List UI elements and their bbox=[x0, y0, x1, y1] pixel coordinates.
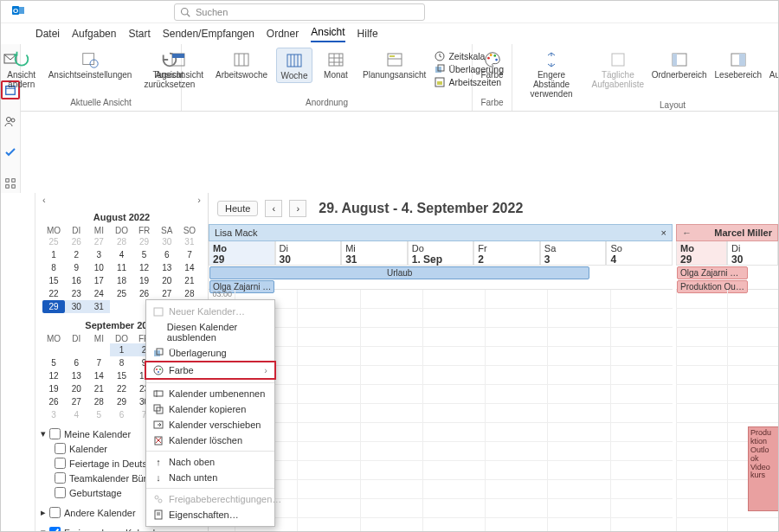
event-videokurs[interactable]: Produ ktion Outlo ok Video kurs bbox=[748, 426, 778, 511]
svg-rect-42 bbox=[612, 54, 624, 66]
next-month-icon[interactable]: › bbox=[197, 195, 201, 205]
next-week-button[interactable]: › bbox=[289, 200, 306, 217]
ctx-rename[interactable]: Kalender umbenennen bbox=[146, 386, 274, 401]
svg-point-55 bbox=[158, 371, 159, 373]
svg-rect-37 bbox=[437, 81, 442, 85]
ctx-move-up[interactable]: ↑Nach oben bbox=[146, 454, 274, 470]
svg-point-9 bbox=[11, 119, 15, 122]
svg-point-40 bbox=[493, 54, 496, 57]
day-header[interactable]: Do1. Sep bbox=[408, 241, 474, 266]
svg-line-4 bbox=[187, 14, 190, 16]
event-olga-marcel[interactable]: Olga Zajarni … bbox=[677, 266, 748, 279]
prev-month-icon[interactable]: ‹ bbox=[42, 195, 46, 205]
ctx-move-down[interactable]: ↓Nach unten bbox=[146, 470, 274, 485]
ctx-move[interactable]: Kalender verschieben bbox=[146, 417, 274, 433]
svg-rect-56 bbox=[154, 391, 163, 396]
tasks-icon[interactable] bbox=[1, 143, 20, 162]
allday-row-marcel[interactable]: Olga Zajarni …Produktion Ou… bbox=[676, 266, 778, 290]
svg-point-53 bbox=[156, 369, 158, 370]
ctx-color[interactable]: Farbe› bbox=[145, 361, 276, 380]
daily-tasklist-button[interactable]: Tägliche Aufgabenliste bbox=[590, 48, 645, 100]
day-header[interactable]: Mi31 bbox=[341, 241, 408, 266]
ctx-hide-calendar[interactable]: Diesen Kalender ausblenden bbox=[146, 319, 274, 345]
context-menu: Neuer Kalender… Diesen Kalender ausblend… bbox=[145, 299, 275, 527]
svg-rect-17 bbox=[172, 54, 184, 58]
ribbon-group-layout: Layout bbox=[660, 100, 686, 112]
svg-rect-25 bbox=[329, 54, 343, 66]
workweek-view-button[interactable]: Arbeitswoche bbox=[212, 48, 271, 81]
day-view-button[interactable]: Tagesansicht bbox=[150, 48, 207, 81]
folder-pane-button[interactable]: Ordnerbereich bbox=[650, 48, 707, 100]
day-header[interactable]: Di30 bbox=[727, 241, 778, 266]
merge-arrow-icon[interactable]: ← bbox=[682, 228, 692, 238]
outlook-logo-icon: O bbox=[1, 3, 35, 20]
calendar-lisa-title: Lisa Mack bbox=[215, 228, 258, 238]
view-settings-button[interactable]: Ansichtseinstellungen bbox=[45, 48, 136, 91]
menu-ordner[interactable]: Ordner bbox=[267, 28, 299, 40]
day-header[interactable]: Mo29 bbox=[209, 241, 275, 266]
svg-rect-2 bbox=[19, 7, 24, 14]
search-placeholder: Suchen bbox=[196, 7, 228, 17]
day-header[interactable]: Di30 bbox=[275, 241, 342, 266]
calendar-marcel: ← Marcel Miller Mo29 Di30 Olga Zajarni …… bbox=[676, 224, 778, 532]
day-header[interactable]: Mo29 bbox=[676, 241, 727, 266]
today-button[interactable]: Heute bbox=[217, 201, 258, 216]
svg-rect-49 bbox=[154, 308, 163, 316]
svg-rect-18 bbox=[235, 54, 248, 66]
menu-hilfe[interactable]: Hilfe bbox=[357, 28, 378, 40]
svg-rect-10 bbox=[6, 179, 10, 183]
todo-bar-button[interactable]: Aufgabenleiste bbox=[769, 48, 779, 100]
ctx-delete[interactable]: Kalender löschen bbox=[146, 433, 274, 448]
schedule-view-button[interactable]: Planungsansicht bbox=[359, 48, 429, 81]
ctx-new-calendar: Neuer Kalender… bbox=[146, 304, 274, 319]
svg-rect-44 bbox=[673, 54, 677, 66]
svg-point-41 bbox=[495, 59, 498, 61]
prev-week-button[interactable]: ‹ bbox=[265, 200, 282, 217]
week-view-button[interactable]: Woche bbox=[276, 48, 312, 83]
svg-point-54 bbox=[159, 369, 161, 370]
day-header[interactable]: Fr2 bbox=[473, 241, 540, 266]
reading-pane-button[interactable]: Lesebereich bbox=[713, 48, 763, 100]
color-button[interactable]: Farbe bbox=[474, 48, 511, 81]
title-bar: O Suchen bbox=[1, 1, 778, 23]
svg-rect-12 bbox=[6, 185, 10, 189]
search-icon bbox=[180, 7, 190, 17]
month-view-button[interactable]: Monat bbox=[318, 48, 354, 81]
change-view-button[interactable]: Ansicht ändern bbox=[3, 48, 40, 91]
calendar-main: Heute ‹› 29. August - 4. September 2022 … bbox=[209, 193, 778, 532]
more-icon[interactable] bbox=[1, 174, 20, 193]
svg-rect-46 bbox=[739, 54, 745, 66]
ribbon-group-farbe: Farbe bbox=[480, 98, 503, 109]
calendar-marcel-title: Marcel Miller bbox=[714, 228, 772, 238]
people-icon[interactable] bbox=[1, 112, 20, 131]
svg-point-64 bbox=[155, 496, 158, 499]
allday-row-lisa[interactable]: UrlaubOlga Zajarni … bbox=[209, 266, 673, 290]
svg-point-65 bbox=[158, 499, 162, 503]
calendar-lisa: Lisa Mack× Mo29 Di30 Mi31 Do1. Sep Fr2 S… bbox=[209, 224, 676, 532]
svg-point-52 bbox=[154, 366, 163, 375]
ribbon-group-aktuelle: Aktuelle Ansicht bbox=[70, 98, 132, 109]
svg-rect-32 bbox=[390, 55, 395, 57]
svg-rect-11 bbox=[12, 179, 16, 183]
ctx-overlay[interactable]: Überlagerung bbox=[146, 345, 274, 361]
svg-rect-13 bbox=[12, 185, 16, 189]
menu-aufgaben[interactable]: Aufgaben bbox=[72, 28, 116, 40]
ctx-sharing: Freigabeberechtigungen… bbox=[146, 491, 274, 507]
day-header[interactable]: So4 bbox=[606, 241, 673, 266]
close-lisa-button[interactable]: × bbox=[661, 228, 666, 238]
date-range-title: 29. August - 4. September 2022 bbox=[319, 201, 523, 216]
ribbon: Ansicht ändern Ansichtseinstellungen Ans… bbox=[21, 44, 779, 112]
menu-datei[interactable]: Datei bbox=[35, 28, 60, 40]
menu-start[interactable]: Start bbox=[128, 28, 150, 40]
ctx-copy[interactable]: Kalender kopieren bbox=[146, 401, 274, 417]
menu-ansicht[interactable]: Ansicht bbox=[311, 26, 344, 42]
svg-text:O: O bbox=[13, 7, 18, 15]
menu-bar: Datei Aufgaben Start Senden/Empfangen Or… bbox=[1, 23, 778, 44]
svg-point-39 bbox=[489, 54, 492, 56]
day-header[interactable]: Sa3 bbox=[540, 241, 607, 266]
svg-rect-14 bbox=[83, 54, 94, 65]
tighter-spacing-button[interactable]: Engere Abstände verwenden bbox=[518, 48, 585, 100]
menu-senden[interactable]: Senden/Empfangen bbox=[163, 28, 254, 40]
ctx-properties[interactable]: Eigenschaften… bbox=[146, 507, 274, 522]
search-input[interactable]: Suchen bbox=[174, 3, 425, 21]
